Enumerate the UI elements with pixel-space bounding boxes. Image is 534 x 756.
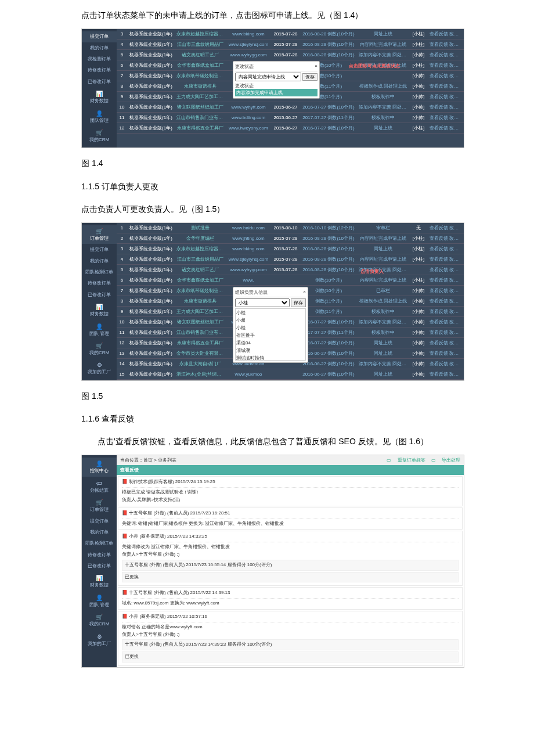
sidebar-item[interactable]: 🛒我的CRM (82, 340, 117, 358)
owner-option[interactable]: 渠道04 (236, 339, 305, 347)
assignee-cell[interactable]: [小帅] (409, 73, 428, 79)
sidebar-item[interactable]: 已修改订单 (82, 290, 117, 300)
feedback-block: 📕 小赤 (商务保定版) 2015/7/22 10:57:16 核对错名 正确的… (118, 611, 463, 666)
sidebar-item[interactable]: ⚙我加的工厂 (82, 631, 117, 649)
table-row[interactable]: 10机器系统企业版(1年)诸文联图纸丝纸加工厂www.wyhyft.com201… (117, 102, 464, 113)
table-row[interactable]: 6机器系统企业版(1年)金华市鑫辉纸盒加工厂www.倒数(10个月)内容同址完成… (117, 275, 464, 286)
assignee-cell[interactable]: [小帅] (409, 298, 428, 304)
assignee-cell[interactable]: [小帅] (409, 350, 428, 357)
link-dup-order[interactable]: ▭ 重复订单标签 (387, 458, 425, 463)
sidebar-item[interactable]: 🛒我的CRM (82, 611, 117, 629)
close-icon[interactable]: × (315, 63, 317, 70)
sidebar-item[interactable]: 👤团队管理 (82, 107, 117, 126)
change-status-popup[interactable]: 更改状态×内容同址完成申请上线保存更改状态内容添加完成申请上线 (233, 61, 320, 99)
assignee-cell[interactable]: [小柱] (409, 31, 428, 37)
assignee-cell[interactable]: [小柱] (409, 246, 428, 252)
save-button[interactable]: 保存 (291, 298, 306, 307)
close-icon[interactable]: × (303, 289, 306, 296)
person-icon: 👤 (84, 594, 114, 602)
assignee-cell[interactable]: [小柱] (409, 277, 428, 283)
breadcrumb: 当前位置：首页 > 业务列表 ▭ 重复订单标签 ▭ 导出处理 (117, 455, 464, 465)
sidebar-item[interactable]: 我的订单 (82, 256, 117, 267)
table-row[interactable]: 12机器系统企业版(1年)永康市得然五金工具厂www.hweyony.com20… (117, 123, 464, 134)
assignee-cell[interactable]: [小帅] (409, 319, 428, 325)
status-select[interactable]: 内容同址完成申请上线 (235, 73, 301, 81)
table-row[interactable]: 4机器系统企业版(1年)江山市三鑫纹绣用品厂www.sjieylynsj.com… (117, 39, 464, 50)
book-icon: 📕 (122, 510, 128, 516)
assignee-cell[interactable]: [小帅] (409, 83, 428, 89)
owner-option[interactable]: 淄城濮 (236, 347, 305, 354)
table-row[interactable]: 1机器系统企业版(1年)测试批量www.baidu.com2015-08-102… (117, 223, 464, 233)
assignee-cell[interactable]: [小帅] (409, 93, 428, 100)
assignee-cell[interactable]: [小帅] (409, 340, 428, 346)
sidebar-item[interactable]: 📊财务数据 (82, 572, 117, 591)
owner-select[interactable]: 小桂 (235, 298, 290, 307)
sidebar-item[interactable]: 📊财务数据 (82, 88, 117, 106)
sidebar-item[interactable]: 我检测订单 (82, 54, 117, 64)
sidebar-item[interactable]: 📊财务数据 (82, 301, 117, 319)
sidebar-item[interactable]: 待修改订单 (82, 550, 117, 560)
assignee-cell[interactable]: [小帅] (409, 52, 428, 58)
assignee-cell[interactable]: 无 (409, 225, 428, 231)
assignee-cell[interactable]: [小柱] (409, 125, 428, 131)
sidebar-item[interactable]: 🛒我的CRM (82, 127, 117, 145)
assignee-cell[interactable]: [小帅] (409, 104, 428, 110)
sidebar-item[interactable]: 👤团队 管理 (82, 592, 117, 610)
sidebar-item[interactable]: 提交订单 (82, 31, 117, 42)
feedback-block: 📕 制作技术(跟踪有客服) 2015/7/24 15:19:25 模板已完成 请… (118, 476, 463, 506)
assignee-cell[interactable]: [小柱] (409, 256, 428, 262)
save-button[interactable]: 保存 (302, 73, 317, 81)
sidebar-item[interactable]: 已修改订单 (82, 561, 117, 571)
assignee-cell[interactable]: [小帅] (409, 308, 428, 315)
person-icon: 👤 (84, 323, 114, 330)
owner-option[interactable]: 测试临时推销 (236, 354, 305, 361)
link-export[interactable]: ▭ 导出处理 (431, 458, 460, 463)
change-owner-popup[interactable]: 组织负责人信息×小桂保存小桂小超小桂省区推手渠道04淄城濮测试临时推销SA组员组… (233, 287, 308, 363)
sidebar-item[interactable]: 我的订单 (82, 43, 117, 53)
owner-option[interactable]: 小桂 (236, 309, 305, 316)
sidebar-item[interactable]: 🏷分帐结算 (82, 477, 117, 496)
sidebar-item[interactable]: 🛒订单管理 (82, 225, 117, 244)
assignee-cell[interactable]: [小柱] (409, 41, 428, 48)
table-row[interactable]: 4机器系统企业版(1年)江山市三鑫纹绣用品厂www.sjieylynsj.com… (117, 254, 464, 265)
sidebar-item[interactable]: ⚙我加的工厂 (82, 359, 117, 377)
owner-option[interactable]: 小超 (236, 316, 305, 324)
assignee-cell[interactable]: [小帅] (409, 114, 428, 121)
table-row[interactable]: 5机器系统企业版(1年)诸文奥红明工艺厂www.wyhygg.com2015-0… (117, 50, 464, 60)
figure-1-4: 提交订单我的订单我检测订单待修改订单已修改订单📊财务数据👤团队管理🛒我的CRM … (81, 28, 464, 148)
table-row[interactable]: 3机器系统企业版(1年)永康市超越控压缩器材厂www.bking.com2015… (117, 244, 464, 254)
table-row[interactable]: 5机器系统企业版(1年)诸文奥红明工艺厂www.wyhygg.com2015-0… (117, 265, 464, 275)
cart-icon: 🛒 (84, 613, 114, 621)
assignee-cell[interactable]: [小柱] (409, 62, 428, 69)
sidebar-item[interactable]: 🛒订单管理 (82, 496, 117, 515)
sidebar-item[interactable]: 提交订单 (82, 244, 117, 255)
sidebar-item[interactable]: 👤控制中心 (82, 458, 117, 476)
owner-option[interactable]: 省区推手 (236, 332, 305, 339)
table-row[interactable]: 11机器系统企业版(1年)江山市销售杂门业有限公司www.bdting.com2… (117, 113, 464, 123)
sidebar-item[interactable]: 团队检测订单 (82, 267, 117, 278)
sidebar-item[interactable]: 我的订单 (82, 527, 117, 538)
sidebar-item[interactable]: 提交订单 (82, 516, 117, 527)
assignee-cell[interactable]: [小帅] (409, 329, 428, 336)
chart-icon: 📊 (84, 90, 114, 98)
cart-icon: 🛒 (84, 342, 114, 350)
assignee-cell[interactable]: [小帅] (409, 361, 428, 367)
sidebar-item[interactable]: 团队检测订单 (82, 538, 117, 549)
feedback-block: 📕 十五号客服 (外做) (售前人员) 2015/7/23 16:28:51 关… (118, 507, 463, 530)
assignee-cell[interactable]: [小柱] (409, 235, 428, 242)
feedback-block: 📕 小赤 (商务保定版) 2015/7/23 14:33:25 关键词修改为 浙… (118, 531, 463, 586)
sidebar-item[interactable]: 已修改订单 (82, 77, 117, 87)
cart-icon: 🛒 (84, 228, 114, 235)
table-row[interactable]: 3机器系统企业版(1年)永康市超越控压缩器材厂www.bking.com2015… (117, 29, 464, 39)
table-row[interactable]: 2机器系统企业版(1年)金华年度编栏www.jhting.com2015-07-… (117, 233, 464, 244)
sidebar-item[interactable]: 待修改订单 (82, 65, 117, 75)
assignee-cell[interactable]: [小帅] (409, 371, 428, 377)
chart-icon: 📊 (84, 574, 114, 582)
sidebar-item[interactable]: 👤团队 管理 (82, 321, 117, 339)
owner-option[interactable]: 小桂 (236, 324, 305, 332)
sidebar-item[interactable]: 待修改订单 (82, 278, 117, 289)
heading-116: 1.1.6 查看反馈 (81, 412, 534, 426)
table-row[interactable]: 15机器系统企业版(1年)浙江神木(金康)丝绸有限公司www.yukmoo201… (117, 369, 464, 380)
assignee-cell[interactable]: [小帅] (409, 287, 428, 294)
feedback-title: 查看反馈 (117, 465, 464, 475)
